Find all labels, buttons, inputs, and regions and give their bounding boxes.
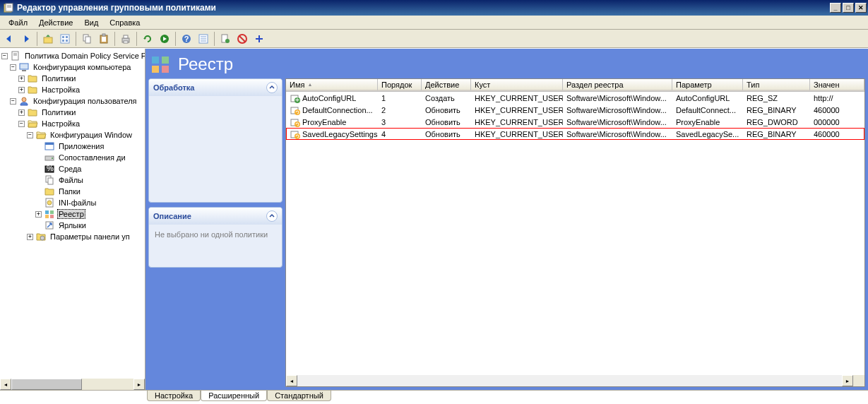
disable-button[interactable] [234,31,250,47]
main-area: − Политика Domain Policy Service Pl − Ко… [0,48,868,390]
tab-extended[interactable]: Расширенный [201,391,267,401]
svg-point-46 [47,201,52,205]
tree-comp-settings[interactable]: + Настройка [0,84,145,95]
scroll-left-icon[interactable]: ◄ [286,375,297,386]
paste-button[interactable] [96,31,112,47]
content-title: Реестр [178,54,233,74]
svg-rect-6 [62,36,64,38]
menu-view[interactable]: Вид [78,17,104,28]
content-header: Реестр [145,49,868,78]
computer-icon [18,61,30,73]
tree-root[interactable]: − Политика Domain Policy Service Pl [0,50,145,61]
print-button[interactable] [118,31,133,47]
registry-icon [44,208,55,220]
toolbar-separator [214,32,215,46]
app-icon [3,2,14,13]
svg-point-65 [295,133,300,139]
col-key[interactable]: Раздел реестра [563,79,672,91]
toolbar-separator [175,32,176,46]
tab-settings[interactable]: Настройка [147,391,201,401]
col-hive[interactable]: Куст [471,79,563,91]
cell-action: Создать [422,94,471,102]
back-button[interactable] [1,31,17,47]
tree-files[interactable]: Файлы [0,174,145,186]
tree[interactable]: − Политика Domain Policy Service Pl − Ко… [0,49,145,244]
scroll-left-icon[interactable]: ◄ [0,379,11,390]
col-name[interactable]: Имя▲ [286,79,378,91]
stop-button[interactable] [157,31,172,47]
cell-hive: HKEY_CURRENT_USER [471,106,563,114]
tree-folders[interactable]: Папки [0,186,145,197]
svg-text:+: + [295,95,299,104]
scroll-right-icon[interactable]: ► [842,375,853,386]
tree-ctrl-panel[interactable]: + Параметры панели уп [0,231,145,242]
properties-button[interactable] [196,31,211,47]
list-scrollbar[interactable]: ◄ ► [286,375,864,386]
refresh-button[interactable] [140,31,155,47]
tree-drive-maps[interactable]: Сопоставления ди [0,152,145,163]
tree-windows-config[interactable]: − Конфигурация Window [0,129,145,141]
tree-user-config[interactable]: − Конфигурация пользователя [0,95,145,107]
col-order[interactable]: Порядок [378,79,422,91]
maximize-button[interactable]: □ [843,3,854,13]
menu-help[interactable]: Справка [104,17,145,28]
tree-ini[interactable]: INI-файлы [0,197,145,208]
menu-action[interactable]: Действие [33,17,78,28]
toolbar-separator [114,32,115,46]
up-button[interactable] [40,31,56,47]
list-icons-button[interactable] [57,31,73,47]
list-row[interactable]: +AutoConfigURL1СоздатьHKEY_CURRENT_USERS… [286,92,864,104]
scroll-right-icon[interactable]: ► [133,379,145,390]
tree-env[interactable]: % Среда [0,163,145,174]
svg-rect-48 [50,210,54,214]
cell-type: REG_BINARY [743,106,810,114]
copy-button[interactable] [79,31,95,47]
col-type[interactable]: Тип [743,79,810,91]
toolbar-separator [136,32,137,46]
col-value[interactable]: Значен [810,79,864,91]
svg-point-63 [295,121,300,127]
tree-user-policies[interactable]: + Политики [0,107,145,118]
folder-open-icon [27,118,38,129]
collapse-button[interactable] [266,82,278,93]
cell-name: SavedLegacySettings [302,130,377,138]
sort-asc-icon: ▲ [307,82,312,87]
col-param[interactable]: Параметр [672,79,743,91]
tree-user-settings[interactable]: − Настройка [0,118,145,129]
cell-type: REG_DWORD [743,118,810,126]
scroll-track[interactable] [297,375,842,386]
description-text: Не выбрано ни одной политики [149,225,282,267]
tree-apps[interactable]: Приложения [0,141,145,152]
collapse-button[interactable] [266,210,278,222]
tree-shortcuts[interactable]: Ярлыки [0,220,145,231]
cell-type: REG_SZ [743,94,810,102]
svg-rect-14 [102,34,105,36]
folder-open-icon [35,129,47,141]
forward-button[interactable] [18,31,34,47]
tree-scrollbar[interactable]: ◄ ► [0,379,145,390]
list-row[interactable]: DefaultConnection...2ОбновитьHKEY_CURREN… [286,104,864,116]
list-body[interactable]: +AutoConfigURL1СоздатьHKEY_CURRENT_USERS… [286,92,864,375]
close-button[interactable]: ✕ [855,3,867,13]
bottom-tabs: Настройка Расширенный Стандартный [0,390,868,404]
help-button[interactable]: ? [179,31,194,47]
minimize-button[interactable]: _ [830,3,841,13]
list-row[interactable]: SavedLegacySettings4ОбновитьHKEY_CURRENT… [286,128,864,140]
col-action[interactable]: Действие [422,79,471,91]
svg-point-61 [295,109,300,115]
tree-computer-config[interactable]: − Конфигурация компьютера [0,61,145,73]
list-row[interactable]: ProxyEnable3ОбновитьHKEY_CURRENT_USERSof… [286,116,864,128]
tab-standard[interactable]: Стандартный [267,391,331,401]
scroll-thumb[interactable] [11,379,82,390]
folder-icon [27,73,38,84]
svg-line-28 [239,36,245,42]
tree-comp-policies[interactable]: + Политики [0,73,145,84]
toolbar: ? [0,30,868,48]
svg-rect-55 [152,66,159,73]
filter-button[interactable] [218,31,233,47]
new-button[interactable] [251,31,267,47]
cell-action: Обновить [422,130,471,138]
svg-rect-38 [45,143,54,145]
tree-registry[interactable]: + Реестр [0,208,145,220]
menu-file[interactable]: Файл [3,17,33,28]
